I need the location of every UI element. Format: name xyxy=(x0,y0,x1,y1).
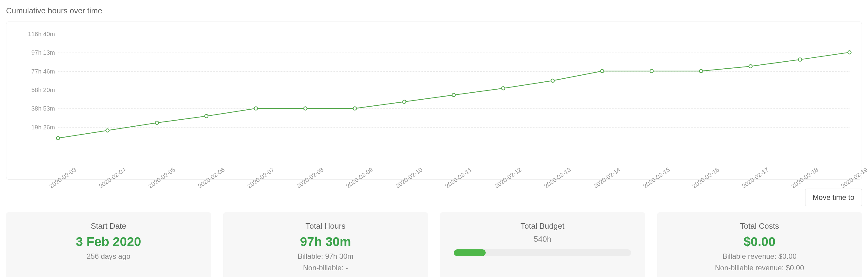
chart-data-point[interactable] xyxy=(106,129,109,132)
chart-x-tick-label: 2020-02-04 xyxy=(97,166,127,190)
chart-x-tick-label: 2020-02-03 xyxy=(48,166,78,190)
chart-x-tick-label: 2020-02-14 xyxy=(592,166,622,190)
total-costs-label: Total Costs xyxy=(663,221,856,231)
total-hours-nonbillable: Non-billable: - xyxy=(229,264,422,272)
start-date-label: Start Date xyxy=(12,221,205,231)
chart-data-point[interactable] xyxy=(403,100,406,103)
chart-y-tick-label: 19h 26m xyxy=(31,124,55,131)
chart-data-point[interactable] xyxy=(304,106,307,110)
start-date-value: 3 Feb 2020 xyxy=(12,235,205,249)
chart-data-point[interactable] xyxy=(650,69,653,72)
chart-x-tick-label: 2020-02-05 xyxy=(147,166,177,190)
total-hours-card: Total Hours 97h 30m Billable: 97h 30m No… xyxy=(223,212,428,277)
total-costs-nonbillable: Non-billable revenue: $0.00 xyxy=(663,264,856,272)
total-costs-card: Total Costs $0.00 Billable revenue: $0.0… xyxy=(657,212,862,277)
chart-card: 19h 26m38h 53m58h 20m77h 46m97h 13m116h … xyxy=(6,22,862,180)
chart-x-tick-label: 2020-02-10 xyxy=(394,166,424,190)
chart-data-point[interactable] xyxy=(205,115,208,118)
total-hours-label: Total Hours xyxy=(229,221,422,231)
total-hours-value: 97h 30m xyxy=(229,235,422,249)
total-budget-value: 540h xyxy=(446,235,639,244)
chart-x-tick-label: 2020-02-09 xyxy=(345,166,374,190)
total-costs-value: $0.00 xyxy=(663,235,856,249)
chart-data-point[interactable] xyxy=(254,106,257,110)
chart-x-tick-label: 2020-02-06 xyxy=(196,166,226,190)
chart-data-point[interactable] xyxy=(848,51,851,54)
chart-x-tick-label: 2020-02-19 xyxy=(839,166,868,190)
chart-x-tick-label: 2020-02-07 xyxy=(246,166,276,190)
chart-y-tick-label: 58h 20m xyxy=(31,87,55,94)
chart-data-point[interactable] xyxy=(155,121,158,125)
actions-row: Move time to xyxy=(6,189,862,206)
chart-y-tick-label: 38h 53m xyxy=(31,105,55,112)
chart-x-tick-label: 2020-02-15 xyxy=(642,166,671,190)
chart-x-tick-label: 2020-02-16 xyxy=(691,166,721,190)
start-date-sub: 256 days ago xyxy=(12,252,205,260)
start-date-card: Start Date 3 Feb 2020 256 days ago xyxy=(6,212,211,277)
chart-x-tick-label: 2020-02-18 xyxy=(790,166,819,190)
stat-cards-row: Start Date 3 Feb 2020 256 days ago Total… xyxy=(6,212,862,277)
chart-x-tick-label: 2020-02-11 xyxy=(444,166,473,190)
chart-y-tick-label: 77h 46m xyxy=(31,68,55,75)
total-costs-billable: Billable revenue: $0.00 xyxy=(663,252,856,260)
chart-data-point[interactable] xyxy=(600,69,604,72)
chart-data-point[interactable] xyxy=(749,65,752,68)
chart-x-tick-label: 2020-02-17 xyxy=(741,166,770,190)
chart-x-tick-label: 2020-02-08 xyxy=(296,166,325,190)
total-budget-card: Total Budget 540h xyxy=(440,212,645,277)
budget-progress-fill xyxy=(454,249,486,256)
total-budget-label: Total Budget xyxy=(446,221,639,231)
chart-data-point[interactable] xyxy=(799,58,802,61)
chart-data-point[interactable] xyxy=(700,69,703,72)
move-time-to-button[interactable]: Move time to xyxy=(805,189,862,206)
chart-data-point[interactable] xyxy=(501,87,505,90)
total-hours-billable: Billable: 97h 30m xyxy=(229,252,422,260)
chart-data-point[interactable] xyxy=(551,79,554,82)
chart-svg xyxy=(58,31,849,149)
chart-y-tick-label: 97h 13m xyxy=(31,49,55,56)
chart-data-point[interactable] xyxy=(353,106,356,110)
chart-x-tick-label: 2020-02-13 xyxy=(543,166,572,190)
chart-data-point[interactable] xyxy=(57,136,60,140)
budget-progress-bar xyxy=(454,249,631,256)
chart-data-point[interactable] xyxy=(452,93,456,97)
chart-title: Cumulative hours over time xyxy=(6,6,862,16)
chart-y-tick-label: 116h 40m xyxy=(28,31,55,38)
chart-x-tick-label: 2020-02-12 xyxy=(493,166,523,190)
